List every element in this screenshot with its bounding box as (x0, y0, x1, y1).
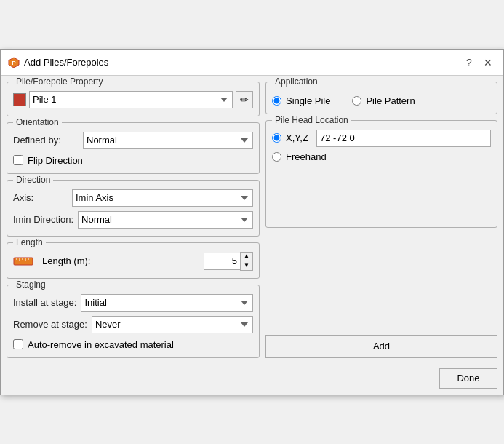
length-spin-buttons: ▲ ▼ (240, 252, 253, 271)
pile-property-label: Pile/Forepole Property (13, 76, 105, 87)
imin-direction-select[interactable]: Normal Reversed (78, 211, 253, 229)
orientation-label: Orientation (13, 117, 62, 127)
bottom-bar: Done (1, 364, 503, 395)
left-panel: Pile/Forepole Property Pile 1 ✏ Orientat… (7, 82, 260, 358)
length-decrement-button[interactable]: ▼ (241, 261, 252, 270)
length-increment-button[interactable]: ▲ (241, 253, 252, 261)
help-button[interactable]: ? (461, 55, 477, 71)
staging-label: Staging (13, 280, 49, 290)
pile-head-group: Pile Head Location X,Y,Z 72 -72 0 Freeha… (265, 120, 497, 229)
length-group: Length Length (m): 5 (7, 242, 260, 279)
pile-property-group: Pile/Forepole Property Pile 1 ✏ (7, 82, 260, 116)
orientation-group: Orientation Defined by: Normal Vector An… (7, 122, 260, 174)
flip-direction-checkbox[interactable] (13, 155, 23, 165)
edit-pile-button[interactable]: ✏ (236, 91, 253, 108)
remove-label: Remove at stage: (13, 319, 87, 330)
pile-select[interactable]: Pile 1 (29, 91, 233, 108)
remove-select[interactable]: Never Stage 1 Stage 2 (92, 316, 253, 333)
application-label: Application (272, 76, 321, 87)
close-button[interactable]: ✕ (480, 55, 496, 71)
done-button[interactable]: Done (439, 368, 497, 389)
add-button[interactable]: Add (265, 335, 497, 358)
xyz-input[interactable]: 72 -72 0 (316, 130, 491, 147)
pile-head-label: Pile Head Location (272, 115, 351, 125)
ruler-icon (13, 255, 33, 268)
single-pile-radio[interactable] (272, 96, 281, 106)
install-select[interactable]: Initial Stage 1 Stage 2 (81, 294, 253, 312)
direction-label: Direction (13, 175, 53, 185)
remove-row: Remove at stage: Never Stage 1 Stage 2 (13, 316, 253, 333)
svg-text:P: P (12, 60, 16, 66)
freehand-label: Freehand (286, 151, 327, 162)
add-btn-wrap: Add (265, 335, 497, 358)
length-row: Length (m): 5 ▲ ▼ (13, 252, 253, 271)
install-row: Install at stage: Initial Stage 1 Stage … (13, 294, 253, 312)
freehand-radio[interactable] (272, 152, 281, 162)
titlebar-left: P Add Piles/Forepoles (8, 57, 108, 68)
pile-color-swatch (13, 93, 26, 106)
flip-direction-row: Flip Direction (13, 155, 253, 166)
pile-pattern-label: Pile Pattern (366, 95, 415, 106)
direction-group: Direction Axis: Imin Axis Imax Axis Z Ax… (7, 180, 260, 237)
right-spacer (265, 234, 497, 329)
edit-icon: ✏ (240, 94, 249, 106)
staging-group: Staging Install at stage: Initial Stage … (7, 285, 260, 358)
defined-by-label: Defined by: (13, 135, 79, 146)
axis-label: Axis: (13, 192, 68, 203)
pile-pattern-radio[interactable] (352, 96, 361, 106)
xyz-label: X,Y,Z (286, 132, 312, 143)
flip-direction-label: Flip Direction (28, 155, 83, 166)
titlebar-controls: ? ✕ (461, 55, 496, 71)
main-content: Pile/Forepole Property Pile 1 ✏ Orientat… (1, 76, 503, 364)
auto-remove-label: Auto-remove in excavated material (28, 339, 174, 350)
main-window: P Add Piles/Forepoles ? ✕ Pile/Forepole … (0, 49, 504, 395)
defined-by-select[interactable]: Normal Vector Angle (83, 132, 253, 149)
right-content: Application Single Pile Pile Pattern (265, 82, 497, 358)
auto-remove-row: Auto-remove in excavated material (13, 339, 253, 350)
freehand-row: Freehand (272, 151, 491, 162)
defined-by-row: Defined by: Normal Vector Angle (13, 132, 253, 149)
length-input-wrap: 5 ▲ ▼ (204, 252, 253, 271)
right-panel: Application Single Pile Pile Pattern (265, 82, 497, 358)
app-icon: P (8, 57, 20, 68)
pile-pattern-row: Pile Pattern (352, 95, 415, 106)
window-title: Add Piles/Forepoles (24, 57, 108, 68)
xyz-radio[interactable] (272, 133, 281, 143)
length-field-label: Length (m): (42, 255, 90, 266)
pile-select-row: Pile 1 ✏ (13, 91, 253, 108)
axis-select[interactable]: Imin Axis Imax Axis Z Axis (72, 189, 253, 207)
single-pile-row: Single Pile (272, 95, 330, 106)
axis-row: Axis: Imin Axis Imax Axis Z Axis (13, 189, 253, 207)
imin-direction-row: Imin Direction: Normal Reversed (13, 211, 253, 229)
application-radio-group: Single Pile Pile Pattern (272, 91, 491, 106)
length-input[interactable]: 5 (204, 253, 240, 270)
length-label: Length (13, 237, 46, 247)
install-label: Install at stage: (13, 297, 76, 308)
imin-direction-label: Imin Direction: (13, 214, 73, 225)
auto-remove-checkbox[interactable] (13, 339, 23, 349)
titlebar: P Add Piles/Forepoles ? ✕ (1, 50, 503, 76)
application-group: Application Single Pile Pile Pattern (265, 82, 497, 114)
single-pile-label: Single Pile (286, 95, 330, 106)
xyz-row: X,Y,Z 72 -72 0 (272, 130, 491, 147)
